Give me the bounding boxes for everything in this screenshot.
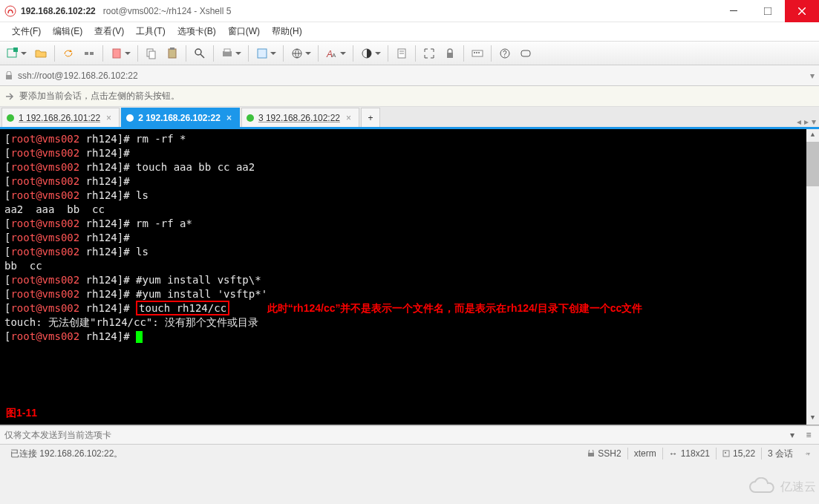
toolbar-sep (248, 45, 249, 62)
tab-close-icon[interactable]: × (226, 113, 232, 123)
tab-close-icon[interactable]: × (346, 113, 351, 123)
scroll-down-icon[interactable]: ▼ (806, 412, 819, 425)
menu-view[interactable]: 查看(V) (88, 22, 130, 42)
log-button[interactable] (392, 44, 411, 63)
status-connected: 已连接 192.168.26.102:22。 (4, 448, 128, 460)
address-text[interactable]: ssh://root@192.168.26.102:22 (18, 71, 810, 81)
toolbar-sep (415, 45, 416, 62)
svg-rect-32 (6, 75, 12, 79)
svg-rect-35 (725, 452, 726, 454)
menu-window[interactable]: 窗口(W) (222, 22, 266, 42)
toolbar-sep (102, 45, 103, 62)
lock-button[interactable] (440, 44, 460, 63)
profile-button[interactable] (107, 44, 134, 63)
title-address: 192.168.26.102:22 (21, 6, 96, 16)
menu-file[interactable]: 文件(F) (6, 22, 47, 42)
toolbar-sep (318, 45, 319, 62)
svg-rect-6 (90, 52, 94, 55)
tab-prev-icon[interactable]: ◂ (797, 117, 801, 127)
svg-rect-9 (149, 51, 155, 59)
compose-button[interactable] (516, 44, 535, 63)
tip-text: 要添加当前会话，点击左侧的箭头按钮。 (19, 90, 180, 102)
svg-point-0 (5, 6, 16, 16)
toolbar-sep (283, 45, 284, 62)
compose-bar: ▾ ≡ (0, 425, 819, 445)
toolbar-sep (186, 45, 186, 62)
lock-icon (4, 71, 13, 80)
title-bar: 192.168.26.102:22 root@vms002:~/rh124 - … (0, 0, 819, 22)
disconnect-button[interactable] (79, 44, 99, 63)
compose-menu-icon[interactable]: ≡ (801, 428, 816, 442)
svg-rect-27 (476, 52, 477, 53)
minimize-button[interactable] (717, 0, 751, 22)
fullscreen-button[interactable] (420, 44, 439, 63)
svg-rect-2 (764, 7, 771, 15)
tab-menu-icon[interactable]: ▾ (812, 117, 816, 127)
menu-tools[interactable]: 工具(T) (130, 22, 171, 42)
toolbar-sep (54, 45, 55, 62)
svg-rect-16 (258, 49, 267, 58)
status-sessions: 3 会话 (762, 448, 799, 460)
status-dot-icon (126, 114, 134, 122)
tab-label: 3 192.168.26.102:22 (258, 113, 340, 123)
position-icon (722, 450, 730, 457)
scroll-up-icon[interactable]: ▲ (806, 129, 819, 142)
svg-rect-26 (474, 52, 475, 53)
tab-next-icon[interactable]: ▸ (804, 117, 809, 127)
svg-text:A: A (332, 52, 336, 59)
help-button[interactable]: ? (495, 44, 515, 63)
new-tab-button[interactable]: + (361, 108, 380, 127)
toolbar-sep (213, 45, 214, 62)
session-tab-3[interactable]: 3 192.168.26.102:22 × (241, 108, 359, 127)
color-scheme-button[interactable] (357, 44, 384, 63)
print-button[interactable] (218, 44, 244, 63)
font-button[interactable]: AA (322, 44, 349, 63)
reconnect-button[interactable] (59, 44, 78, 63)
toolbar-sep (388, 45, 388, 62)
status-protocol: SSH2 (581, 448, 627, 459)
session-tab-2[interactable]: 2 192.168.26.102:22 × (121, 108, 240, 127)
status-bar: 已连接 192.168.26.102:22。 SSH2 xterm ↔ 118x… (0, 445, 819, 462)
tunnel-button[interactable] (287, 44, 314, 63)
status-size: ↔ 118x21 (663, 448, 716, 459)
status-termtype: xterm (628, 448, 662, 459)
menu-edit[interactable]: 编辑(E) (47, 22, 88, 42)
new-session-button[interactable] (3, 44, 30, 63)
terminal-content[interactable]: [root@vms002 rh124]# rm -rf * [root@vms0… (4, 132, 815, 344)
terminal-scrollbar[interactable]: ▲ ▼ (806, 129, 819, 425)
watermark-text: 亿速云 (780, 480, 816, 495)
menu-tabs[interactable]: 选项卡(B) (172, 22, 222, 42)
svg-rect-5 (85, 52, 88, 55)
menu-help[interactable]: 帮助(H) (266, 22, 308, 42)
main-toolbar: AA ? (0, 42, 819, 65)
svg-rect-31 (521, 50, 530, 56)
tab-label: 1 192.168.26.101:22 (19, 113, 100, 123)
app-icon (4, 5, 16, 17)
resize-icon: ↔ (669, 448, 678, 459)
tab-close-icon[interactable]: × (106, 113, 111, 123)
session-tab-1[interactable]: 1 192.168.26.101:22 × (1, 108, 120, 127)
address-dropdown-icon[interactable]: ▾ (810, 71, 815, 81)
maximize-button[interactable] (751, 0, 785, 22)
close-button[interactable] (785, 0, 819, 22)
cloud-icon (748, 477, 777, 497)
compose-target-dropdown[interactable]: ▾ (785, 428, 800, 442)
scroll-thumb[interactable] (806, 142, 819, 186)
open-button[interactable] (31, 44, 50, 63)
svg-text:?: ? (503, 50, 507, 58)
compose-input[interactable] (0, 426, 785, 444)
paste-button[interactable] (163, 44, 182, 63)
svg-rect-33 (588, 453, 594, 456)
svg-rect-1 (730, 10, 737, 11)
title-caption: root@vms002:~/rh124 - Xshell 5 (103, 6, 232, 16)
toolbar-sep (463, 45, 464, 62)
copy-button[interactable] (142, 44, 161, 63)
window-buttons (717, 0, 819, 22)
arrow-add-icon[interactable] (4, 91, 15, 102)
terminal[interactable]: [root@vms002 rh124]# rm -rf * [root@vms0… (0, 129, 819, 425)
properties-button[interactable] (252, 44, 279, 63)
find-button[interactable] (190, 44, 209, 63)
lock-icon (587, 450, 595, 457)
svg-point-12 (195, 49, 201, 55)
keymap-button[interactable] (468, 44, 487, 63)
